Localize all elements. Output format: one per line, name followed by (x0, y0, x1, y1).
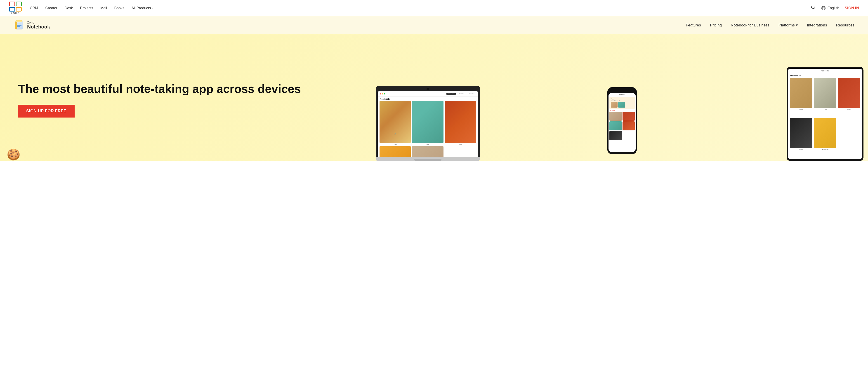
notebook-ideas[interactable]: Ideas (412, 101, 443, 145)
nav-integrations[interactable]: Integrations (807, 23, 827, 28)
all-products-button[interactable]: All Products ▾ (131, 6, 153, 10)
zoho-sq-blue (9, 7, 15, 12)
phone-screen: Notebooks Paris Paris is the home of the… (609, 93, 636, 152)
laptop-mockup: Notebooks All Notes Favorites Notebooks (376, 86, 480, 161)
cookie-emoji: 🍪 (7, 148, 20, 161)
notebook-zoho-label: Zoho (27, 21, 50, 24)
nav-resources[interactable]: Resources (836, 23, 855, 28)
zoho-sq-red (9, 2, 15, 6)
svg-point-0 (811, 6, 814, 9)
laptop-screen-wrapper: Notebooks All Notes Favorites Notebooks (376, 86, 480, 157)
search-button[interactable] (811, 5, 815, 11)
minimize-dot (382, 93, 383, 94)
phone-notch (617, 90, 627, 92)
tablet-mockup: Notebooks Notebooks Books Trave (786, 67, 864, 161)
notebook-label-books: Books (459, 144, 462, 145)
svg-line-1 (814, 8, 815, 9)
search-icon (811, 5, 815, 10)
nav-features[interactable]: Features (686, 23, 701, 28)
second-navigation: Zoho Notebook Features Pricing Notebook … (0, 16, 868, 34)
platforms-chevron-icon: ▾ (796, 23, 798, 28)
phone-note-image (611, 102, 633, 108)
tablet-screen: Notebooks Notebooks Books Trave (788, 69, 862, 159)
notebook-cover-ideas (412, 101, 443, 143)
second-nav-links: Features Pricing Notebook for Business P… (686, 23, 855, 28)
notebook-logo[interactable]: Zoho Notebook (13, 20, 50, 31)
nav-link-mail[interactable]: Mail (100, 6, 107, 10)
tablet-notebook-quotes[interactable]: Quotes (790, 118, 812, 157)
tablet-app-ui: Notebooks Notebooks Books Trave (788, 69, 862, 159)
svg-rect-14 (16, 20, 22, 21)
tablet-cover-recipes (838, 78, 860, 108)
language-selector[interactable]: English (821, 6, 839, 11)
nav-link-books[interactable]: Books (114, 6, 124, 10)
tablet-notebooks-title: Notebooks (788, 73, 862, 78)
tablet-label-quotes: Quotes (799, 149, 803, 150)
all-products-label: All Products (131, 6, 151, 10)
tablet-body: Notebooks Notebooks Books Trave (786, 67, 864, 161)
notebooks-section-title: Notebooks (378, 96, 478, 101)
nav-link-projects[interactable]: Projects (80, 6, 93, 10)
phone-note-card: Paris Paris is the home of the... (610, 97, 635, 109)
zoho-sq-yellow (16, 7, 22, 12)
notebook-my-notebook-1[interactable]: My Notebook (379, 146, 411, 157)
notebook-label-ideas: Ideas (427, 144, 429, 145)
signup-button[interactable]: SIGN UP FOR FREE (18, 104, 74, 118)
laptop-screen: Notebooks All Notes Favorites Notebooks (378, 91, 478, 157)
notebook-books[interactable]: Books (445, 101, 476, 145)
tablet-label-travel: Travel (824, 109, 827, 110)
notebook-logo-text: Zoho Notebook (27, 21, 50, 30)
nav-notebook-for-business[interactable]: Notebook for Business (731, 23, 770, 28)
tablet-label-recipes: Recipes (847, 109, 851, 110)
language-label: English (827, 6, 839, 10)
tablet-notebook-recipes[interactable]: Recipes (838, 78, 860, 117)
top-nav-right: English SIGN IN (811, 5, 859, 11)
hero-right: Notebooks All Notes Favorites Notebooks (365, 34, 868, 161)
tablet-cover-mynotebook (814, 118, 836, 148)
signin-button[interactable]: SIGN IN (845, 6, 859, 10)
tab-all-notes[interactable]: All Notes (458, 93, 466, 95)
laptop-notebook-grid: Travel Ideas Books (378, 101, 478, 157)
window-controls (380, 93, 385, 94)
phone-app-ui: Notebooks Paris Paris is the home of the… (609, 93, 636, 152)
tablet-label-books: Books (800, 109, 803, 110)
nav-link-creator[interactable]: Creator (45, 6, 57, 10)
zoho-logo[interactable]: ZOHO (9, 2, 22, 14)
notebook-travel[interactable]: Travel (379, 101, 411, 145)
nav-link-crm[interactable]: CRM (30, 6, 38, 10)
top-nav-links: CRM Creator Desk Projects Mail Books All… (30, 6, 153, 10)
chevron-down-icon: ▾ (152, 7, 153, 9)
globe-icon (821, 6, 826, 11)
phone-notebook-grid (610, 112, 635, 140)
notebook-label-travel: Travel (394, 144, 397, 145)
tablet-notebook-mynotebook[interactable]: My Notebook (814, 118, 836, 157)
tab-favorites[interactable]: Favorites (467, 93, 476, 95)
close-dot (380, 93, 381, 94)
zoho-logo-squares (9, 2, 22, 11)
top-navigation: ZOHO CRM Creator Desk Projects Mail Book… (0, 0, 868, 16)
zoho-logo-text: ZOHO (11, 12, 20, 14)
tablet-notebook-travel[interactable]: Travel (814, 78, 836, 117)
tablet-label-mynotebook: My Notebook (822, 149, 828, 150)
notebook-name-label: Notebook (27, 24, 50, 30)
notebook-cover-my-notebook-2 (412, 146, 443, 157)
nav-platforms-button[interactable]: Platforms ▾ (778, 23, 798, 28)
zoho-sq-green (16, 2, 22, 6)
laptop-camera (427, 88, 429, 90)
nav-link-desk[interactable]: Desk (65, 6, 73, 10)
nav-pricing[interactable]: Pricing (710, 23, 722, 28)
tab-notebooks[interactable]: Notebooks (446, 93, 456, 95)
laptop-app-ui: Notebooks All Notes Favorites Notebooks (378, 91, 478, 157)
phone-body: Notebooks Paris Paris is the home of the… (608, 87, 637, 154)
maximize-dot (384, 93, 385, 94)
hero-left: The most beautiful note-taking app acros… (0, 34, 365, 161)
phone-titlebar: Notebooks (609, 93, 636, 96)
laptop-base (376, 157, 480, 161)
phone-content: Paris Paris is the home of the... View A… (609, 96, 636, 141)
phone-view-all[interactable]: View All Notes (610, 110, 635, 111)
tablet-cover-travel (814, 78, 836, 108)
notebook-cover-my-notebook-1 (379, 146, 411, 157)
hero-headline: The most beautiful note-taking app acros… (18, 82, 351, 96)
tablet-notebook-books[interactable]: Books (790, 78, 812, 117)
notebook-my-notebook-2[interactable]: My Notebook (412, 146, 443, 157)
